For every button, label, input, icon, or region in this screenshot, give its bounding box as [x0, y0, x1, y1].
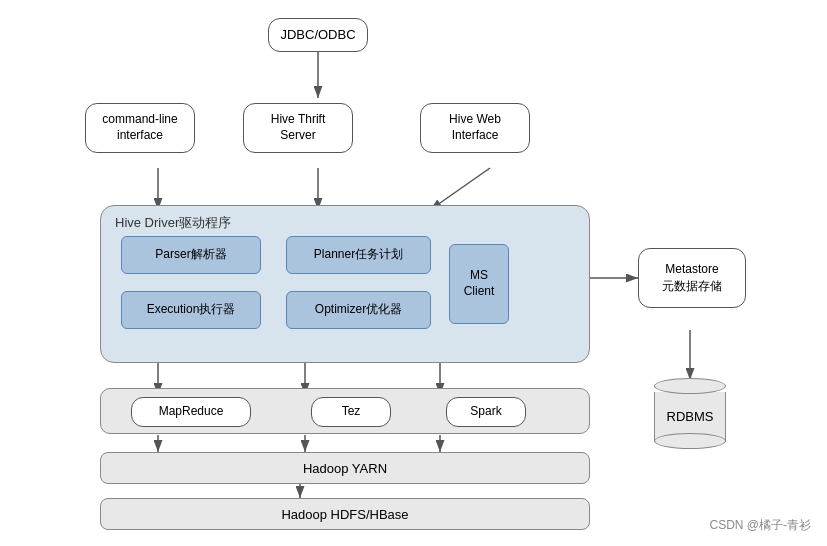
webui-box: Hive Web Interface	[420, 103, 530, 153]
thrift-label: Hive Thrift Server	[271, 112, 325, 143]
metastore-label: Metastore 元数据存储	[662, 261, 722, 295]
ms-client-box: MS Client	[449, 244, 509, 324]
cli-box: command-line interface	[85, 103, 195, 153]
diagram-container: JDBC/ODBC command-line interface Hive Th…	[0, 0, 827, 546]
engines-container: MapReduce Tez Spark	[100, 388, 590, 434]
cylinder-bottom	[654, 433, 726, 449]
rdbms-cylinder: RDBMS	[654, 378, 726, 442]
parser-box: Parser解析器	[121, 236, 261, 274]
optimizer-box: Optimizer优化器	[286, 291, 431, 329]
cylinder-body: RDBMS	[654, 392, 726, 442]
optimizer-label: Optimizer优化器	[315, 302, 402, 318]
tez-box: Tez	[311, 397, 391, 427]
hdfs-bar: Hadoop HDFS/HBase	[100, 498, 590, 530]
parser-label: Parser解析器	[155, 247, 226, 263]
tez-label: Tez	[342, 404, 361, 420]
watermark-text: CSDN @橘子-青衫	[709, 518, 811, 532]
metastore-box: Metastore 元数据存储	[638, 248, 746, 308]
cli-label: command-line interface	[102, 112, 177, 143]
webui-label: Hive Web Interface	[449, 112, 501, 143]
yarn-label: Hadoop YARN	[303, 461, 387, 476]
driver-container: Hive Driver驱动程序 Parser解析器 Execution执行器 P…	[100, 205, 590, 363]
execution-label: Execution执行器	[147, 302, 236, 318]
spark-box: Spark	[446, 397, 526, 427]
mapreduce-box: MapReduce	[131, 397, 251, 427]
watermark: CSDN @橘子-青衫	[709, 517, 811, 534]
ms-client-label: MS Client	[464, 268, 495, 299]
thrift-box: Hive Thrift Server	[243, 103, 353, 153]
planner-box: Planner任务计划	[286, 236, 431, 274]
mapreduce-label: MapReduce	[159, 404, 224, 420]
jdbc-box: JDBC/ODBC	[268, 18, 368, 52]
spark-label: Spark	[470, 404, 501, 420]
svg-line-4	[430, 168, 490, 210]
driver-title: Hive Driver驱动程序	[115, 214, 231, 232]
rdbms-label: RDBMS	[667, 409, 714, 424]
cylinder-top	[654, 378, 726, 394]
hdfs-label: Hadoop HDFS/HBase	[281, 507, 408, 522]
yarn-bar: Hadoop YARN	[100, 452, 590, 484]
execution-box: Execution执行器	[121, 291, 261, 329]
planner-label: Planner任务计划	[314, 247, 403, 263]
jdbc-label: JDBC/ODBC	[280, 27, 355, 44]
